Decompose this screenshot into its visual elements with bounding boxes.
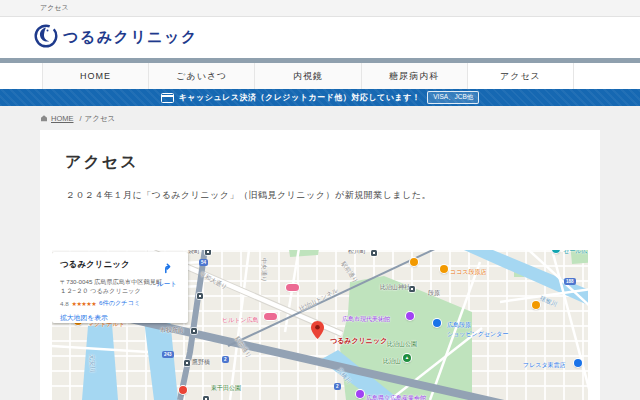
- map-route-button[interactable]: ルート: [154, 260, 180, 289]
- map-rating-value: 4.8: [60, 300, 69, 307]
- main-nav: HOME ごあいさつ 内視鏡 糖尿病内科 アクセス: [0, 63, 640, 89]
- browser-tab-title: アクセス: [40, 3, 69, 13]
- hotel-price-pill-1[interactable]: [264, 313, 277, 320]
- poi-fresta[interactable]: [574, 359, 582, 367]
- hotel-price-pill-2[interactable]: [286, 284, 299, 291]
- map-route-label: ルート: [154, 280, 180, 289]
- map-label-motoyasu-river: 元安川: [87, 354, 97, 372]
- map-label-fresta-shinonome[interactable]: フレスタ東雲店: [523, 361, 566, 370]
- nav-item-greeting[interactable]: ごあいさつ: [148, 63, 254, 89]
- map-label-heiwa-odori: 平和大通り: [198, 270, 229, 292]
- map-label-hijiyama-park[interactable]: 比治山公園: [387, 340, 417, 349]
- breadcrumb-home-link[interactable]: HOME: [51, 114, 74, 123]
- poi-museum-moca[interactable]: [406, 312, 414, 320]
- map-label-enko-river: 猿猴川: [538, 294, 558, 310]
- transit-stop-matsukawacho[interactable]: [371, 250, 377, 256]
- route-shield-2: 2: [222, 356, 229, 363]
- route-shield-54: 54: [199, 259, 208, 266]
- map-canvas[interactable]: 袋町松川町市役所前鷹野橋比治山神社段原比治山公園比治山東千田公園広島市現代美術館…: [52, 250, 588, 400]
- nav-item-endoscopy[interactable]: 内視鏡: [254, 63, 360, 89]
- poi-food-1[interactable]: [410, 258, 418, 266]
- map-label-danbara-sc-line1[interactable]: 広島段原: [447, 321, 471, 330]
- page-title: アクセス: [65, 152, 600, 173]
- poi-danbara-sc[interactable]: [433, 319, 441, 327]
- poi-cocos[interactable]: [440, 265, 448, 273]
- map-info-card: つるみクリニック 〒730-0045 広島県広島市中区鶴見町 １２−２０ つるみ…: [52, 252, 188, 323]
- map-pin[interactable]: [311, 321, 324, 343]
- map-label-ekimae-dori-north: 駅前通り: [339, 260, 360, 285]
- poi-sangyo-kaikan[interactable]: [356, 390, 364, 398]
- map-rating-stars: ★★★★★: [72, 300, 96, 307]
- poi-restaurant-red[interactable]: [179, 386, 187, 394]
- cashless-banner-text: キャッシュレス決済（クレジットカード他）対応しています！: [179, 92, 421, 103]
- site-logo[interactable]: つるみクリニック: [33, 23, 198, 53]
- map-label-seal-hiroshima[interactable]: セール広: [563, 250, 587, 256]
- map-label-cocos-danbara[interactable]: ココス段原店: [450, 268, 486, 277]
- transit-stop-chuden-mae[interactable]: [197, 293, 203, 299]
- route-shield-2b: 2: [334, 383, 341, 390]
- transit-stop-fukuromachi[interactable]: [205, 250, 211, 255]
- route-shield-188: 188: [564, 278, 576, 285]
- intro-text: ２０２４年１月に「つるみクリニック」（旧鶴見クリニック）が新規開業しました。: [66, 189, 600, 202]
- map-label-hijiyama-jinja[interactable]: 比治山神社: [380, 283, 410, 292]
- map-label-higashisenda-park[interactable]: 東千田公園: [211, 384, 241, 393]
- content-card: アクセス ２０２４年１月に「つるみクリニック」（旧鶴見クリニック）が新規開業しま…: [40, 130, 600, 400]
- breadcrumb-separator: /: [80, 114, 82, 123]
- map-label-hijiyama[interactable]: 比治山: [383, 357, 401, 366]
- page: アクセス つるみクリニック HOME ごあいさつ 内視鏡 糖尿病内科 アクセス: [0, 0, 640, 400]
- site-header: つるみクリニック: [0, 17, 640, 58]
- map-label-tsurumi-clinic-pin-label[interactable]: つるみクリニック: [330, 336, 387, 346]
- map-label-moca[interactable]: 広島市現代美術館: [342, 315, 390, 324]
- map-label-shiyakushomae[interactable]: 市役所前: [160, 326, 184, 335]
- map-label-matsukawacho[interactable]: 松川町: [348, 250, 366, 256]
- directions-icon: [161, 260, 174, 277]
- nav-item-home[interactable]: HOME: [42, 63, 148, 89]
- poi-hijiyama-mountain[interactable]: ▲: [403, 354, 411, 362]
- breadcrumb-current: アクセス: [85, 114, 116, 124]
- map-label-hijiyama-tunnel: 比治山トンネル: [298, 286, 340, 314]
- map-label-chuo-dori: 中央通り: [259, 258, 268, 282]
- route-shield-243: 243: [162, 351, 174, 358]
- map-reviews-link[interactable]: 6件のクチコミ: [99, 299, 140, 308]
- home-icon: [40, 114, 48, 124]
- map-label-fukuromachi[interactable]: 袋町: [188, 250, 200, 256]
- map-label-takanobashi[interactable]: 鷹野橋: [192, 358, 210, 367]
- poi-teal-store[interactable]: [552, 250, 560, 253]
- map-label-danbara-sc-line2[interactable]: ショッピングセンター: [447, 330, 508, 339]
- transit-stop-south[interactable]: [203, 396, 209, 400]
- nav-item-access[interactable]: アクセス: [467, 63, 574, 89]
- transit-stop-takanobashi[interactable]: [184, 360, 190, 366]
- credit-card-icon: [161, 93, 174, 103]
- transit-stop-shiyakushomae[interactable]: [191, 328, 197, 334]
- cashless-banner-badge: VISA、JCB他: [427, 91, 479, 104]
- cashless-banner[interactable]: キャッシュレス決済（クレジットカード他）対応しています！ VISA、JCB他: [0, 89, 640, 106]
- clinic-logo-icon: [33, 23, 59, 53]
- site-logo-text: つるみクリニック: [63, 28, 198, 47]
- browser-title-bar: アクセス: [0, 0, 640, 17]
- breadcrumb: HOME / アクセス: [0, 106, 640, 131]
- map-label-danbara[interactable]: 段原: [428, 289, 440, 298]
- map-label-ekimae-dori-south: 駅前通り: [232, 335, 253, 360]
- nav-item-diabetes[interactable]: 糖尿病内科: [361, 63, 467, 89]
- map-enlarge-link[interactable]: 拡大地図を表示: [60, 313, 180, 323]
- map-label-sangyo-kaikan[interactable]: 広島県立広島産業会館: [366, 394, 426, 400]
- map-label-hilton-hiroshima[interactable]: ヒルトン広島: [222, 316, 259, 325]
